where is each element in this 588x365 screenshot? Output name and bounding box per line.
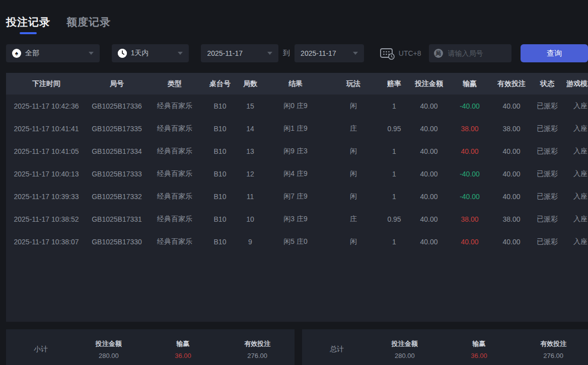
subtotal-label: 小计 — [6, 345, 71, 354]
column-header-9: 输赢 — [448, 73, 491, 95]
cell-bet: 40.00 — [410, 95, 448, 117]
subtotal-winloss-value: 36.00 — [146, 352, 220, 359]
table-row: 2025-11-17 10:41:41GB1025B17335经典百家乐B101… — [6, 117, 588, 140]
cell-odds: 1 — [379, 162, 410, 185]
column-header-12: 游戏模式 — [563, 73, 588, 95]
table-row: 2025-11-17 10:41:05GB1025B17334经典百家乐B101… — [6, 140, 588, 162]
tab-bet-records[interactable]: 投注记录 — [6, 15, 50, 34]
cell-table_no: B10 — [202, 140, 238, 162]
cell-play: 闲 — [328, 162, 379, 185]
cell-time: 2025-11-17 10:38:52 — [6, 208, 87, 230]
column-header-3: 桌台号 — [202, 73, 238, 95]
table-row: 2025-11-17 10:38:07GB1025B17330经典百家乐B109… — [6, 230, 588, 253]
cell-odds: 1 — [379, 185, 410, 208]
cell-type: 经典百家乐 — [147, 208, 202, 230]
spade-icon: ♠ — [12, 49, 21, 58]
cell-time: 2025-11-17 10:41:41 — [6, 117, 87, 140]
cell-round_id: GB1025B17331 — [87, 208, 147, 230]
cell-valid_bet: 40.00 — [491, 95, 532, 117]
column-header-6: 玩法 — [328, 73, 379, 95]
subtotal-bet-stat: 投注金额 280.00 — [71, 339, 146, 359]
active-tab-underline — [20, 32, 37, 34]
cell-odds: 0.95 — [379, 208, 410, 230]
cell-win_loss: 38.00 — [448, 117, 491, 140]
table-body: 2025-11-17 10:42:36GB1025B17336经典百家乐B101… — [6, 95, 588, 253]
cell-play: 庄 — [328, 117, 379, 140]
table-row: 2025-11-17 10:39:33GB1025B17332经典百家乐B101… — [6, 185, 588, 208]
clock-icon — [118, 49, 127, 58]
subtotal-bet-label: 投注金额 — [71, 339, 146, 348]
total-winloss-stat: 输赢 36.00 — [442, 339, 517, 359]
cell-status: 已派彩 — [532, 117, 563, 140]
game-type-dropdown[interactable]: ♠ 全部 — [6, 44, 100, 62]
filter-bar: ♠ 全部 1天内 2025-11-17 到 2025-11-17 UTC+8 局… — [6, 44, 588, 62]
cell-result: 闲4 庄9 — [263, 162, 328, 185]
cell-odds: 1 — [379, 140, 410, 162]
search-button[interactable]: 查询 — [521, 44, 588, 62]
chevron-down-icon — [353, 52, 358, 55]
subtotal-valid-stat: 有效投注 276.00 — [220, 339, 295, 359]
tab-quota-records[interactable]: 额度记录 — [66, 15, 111, 34]
cell-status: 已派彩 — [532, 230, 563, 253]
round-number-input[interactable] — [447, 49, 504, 58]
subtotal-valid-label: 有效投注 — [220, 339, 295, 348]
cell-win_loss: -40.00 — [448, 185, 491, 208]
cell-mode: 入座 — [563, 117, 588, 140]
cell-result: 闲1 庄9 — [263, 117, 328, 140]
round-number-field[interactable]: 局 — [429, 44, 512, 62]
date-from-value: 2025-11-17 — [207, 49, 243, 57]
subtotal-bet-value: 280.00 — [71, 352, 146, 359]
cell-status: 已派彩 — [532, 208, 563, 230]
column-header-2: 类型 — [147, 73, 202, 95]
column-header-1: 局号 — [87, 73, 147, 95]
subtotal-valid-value: 276.00 — [220, 352, 295, 359]
cell-valid_bet: 40.00 — [491, 185, 532, 208]
total-winloss-label: 输赢 — [442, 339, 517, 348]
cell-status: 已派彩 — [532, 140, 563, 162]
cell-type: 经典百家乐 — [147, 117, 202, 140]
cell-play: 闲 — [328, 185, 379, 208]
cell-odds: 0.95 — [379, 117, 410, 140]
timezone-indicator[interactable]: UTC+8 — [380, 47, 421, 60]
column-header-0: 下注时间 — [6, 73, 87, 95]
cell-time: 2025-11-17 10:39:33 — [6, 185, 87, 208]
cell-table_no: B10 — [202, 185, 238, 208]
cell-win_loss: -40.00 — [448, 162, 491, 185]
cell-valid_bet: 38.00 — [491, 208, 532, 230]
cell-play: 庄 — [328, 208, 379, 230]
cell-round: 15 — [238, 95, 263, 117]
table-row: 2025-11-17 10:42:36GB1025B17336经典百家乐B101… — [6, 95, 588, 117]
date-to-picker[interactable]: 2025-11-17 — [295, 44, 364, 62]
cell-round_id: GB1025B17334 — [87, 140, 147, 162]
chevron-down-icon — [178, 52, 183, 55]
total-valid-label: 有效投注 — [516, 339, 588, 348]
subtotal-winloss-stat: 输赢 36.00 — [146, 339, 220, 359]
subtotal-winloss-label: 输赢 — [146, 339, 220, 348]
cell-time: 2025-11-17 10:40:13 — [6, 162, 87, 185]
cell-valid_bet: 40.00 — [491, 162, 532, 185]
total-bet-value: 280.00 — [368, 352, 442, 359]
cell-round_id: GB1025B17330 — [87, 230, 147, 253]
total-bet-stat: 投注金额 280.00 — [368, 339, 442, 359]
total-winloss-value: 36.00 — [442, 352, 517, 359]
records-table: 下注时间局号类型桌台号局数结果玩法赔率投注金额输赢有效投注状态游戏模式 2025… — [6, 73, 588, 253]
cell-status: 已派彩 — [532, 162, 563, 185]
cell-type: 经典百家乐 — [147, 162, 202, 185]
cell-time: 2025-11-17 10:41:05 — [6, 140, 87, 162]
cell-table_no: B10 — [202, 162, 238, 185]
date-from-picker[interactable]: 2025-11-17 — [201, 44, 278, 62]
records-table-card: 下注时间局号类型桌台号局数结果玩法赔率投注金额输赢有效投注状态游戏模式 2025… — [6, 73, 588, 322]
cell-table_no: B10 — [202, 230, 238, 253]
cell-bet: 40.00 — [410, 185, 448, 208]
time-range-dropdown[interactable]: 1天内 — [112, 44, 189, 62]
cell-round: 13 — [238, 140, 263, 162]
date-to-value: 2025-11-17 — [301, 49, 336, 57]
game-type-value: 全部 — [25, 49, 39, 58]
cell-table_no: B10 — [202, 117, 238, 140]
total-valid-value: 276.00 — [516, 352, 588, 359]
cell-valid_bet: 38.00 — [491, 117, 532, 140]
cell-bet: 40.00 — [410, 117, 448, 140]
cell-table_no: B10 — [202, 95, 238, 117]
column-header-7: 赔率 — [379, 73, 410, 95]
cell-table_no: B10 — [202, 208, 238, 230]
